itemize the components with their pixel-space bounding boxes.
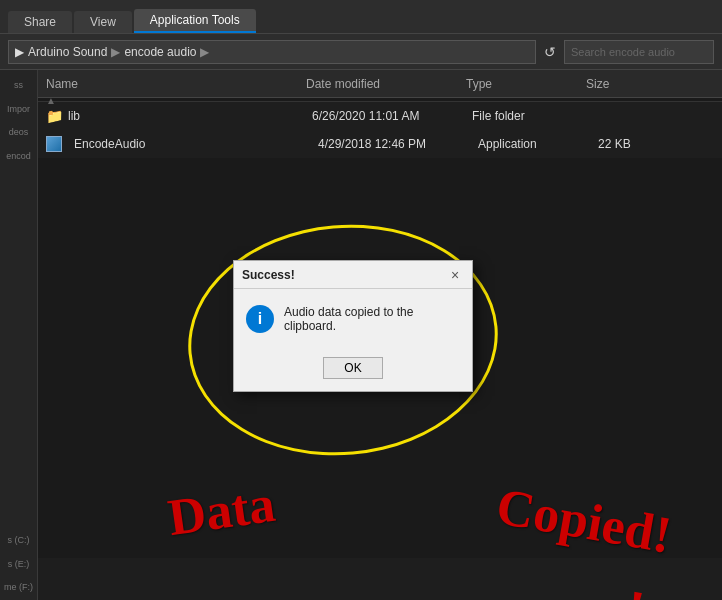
refresh-button[interactable]: ↺ (544, 44, 556, 60)
file-row-encode-audio[interactable]: EncodeAudio 4/29/2018 12:46 PM Applicati… (38, 130, 722, 158)
dialog-titlebar: Success! × (234, 261, 472, 289)
header-date: Date modified (306, 77, 466, 91)
tab-share[interactable]: Share (8, 11, 72, 33)
file-date-lib: 6/26/2020 11:01 AM (312, 109, 472, 123)
main-layout: ss Impor deos encod s (C:) s (E:) me (F:… (0, 70, 722, 600)
sidebar-item-ss[interactable]: ss (0, 74, 37, 98)
search-placeholder: Search encode audio (571, 46, 675, 58)
application-icon (46, 136, 62, 152)
file-size-encode: 22 KB (598, 137, 678, 151)
ok-button[interactable]: OK (323, 357, 383, 379)
dialog-body: i Audio data copied to the clipboard. (234, 289, 472, 349)
success-dialog: Success! × i Audio data copied to the cl… (233, 260, 473, 392)
breadcrumb-sep1: ▶ (111, 45, 120, 59)
header-size: Size (586, 77, 666, 91)
dialog-close-button[interactable]: × (446, 266, 464, 284)
breadcrumb-sep2: ▶ (200, 45, 209, 59)
sidebar-item-encode[interactable]: encod (0, 145, 37, 169)
sidebar-item-videos[interactable]: deos (0, 121, 37, 145)
search-box[interactable]: Search encode audio (564, 40, 714, 64)
breadcrumb[interactable]: ▶ Arduino Sound ▶ encode audio ▶ (8, 40, 536, 64)
file-name-lib: lib (68, 109, 312, 123)
sidebar-item-c[interactable]: s (C:) (0, 529, 37, 553)
sidebar-item-e[interactable]: s (E:) (0, 553, 37, 577)
header-name: Name (46, 77, 306, 91)
sidebar-item-import[interactable]: Impor (0, 98, 37, 122)
left-sidebar: ss Impor deos encod s (C:) s (E:) me (F:… (0, 70, 38, 600)
title-bar: Share View Application Tools (0, 0, 722, 34)
file-type-encode: Application (478, 137, 598, 151)
svg-text:!: ! (622, 579, 649, 600)
breadcrumb-encode: encode audio (124, 45, 196, 59)
header-type: Type (466, 77, 586, 91)
main-content: Name Date modified Type Size ▲ 📁 lib 6/2… (38, 70, 722, 600)
info-icon: i (246, 305, 274, 333)
file-list-header: Name Date modified Type Size (38, 70, 722, 98)
folder-icon: 📁 (46, 108, 62, 124)
file-name-encode-audio: EncodeAudio (74, 137, 318, 151)
dialog-footer: OK (234, 349, 472, 391)
file-date-encode: 4/29/2018 12:46 PM (318, 137, 478, 151)
address-bar: ▶ Arduino Sound ▶ encode audio ▶ ↺ Searc… (0, 34, 722, 70)
dialog-title: Success! (242, 268, 295, 282)
dialog-message: Audio data copied to the clipboard. (284, 305, 460, 333)
tab-list: Share View Application Tools (8, 0, 256, 33)
breadcrumb-arduino: Arduino Sound (28, 45, 107, 59)
file-type-lib: File folder (472, 109, 592, 123)
file-row-lib[interactable]: 📁 lib 6/26/2020 11:01 AM File folder (38, 102, 722, 130)
tab-application-tools[interactable]: Application Tools (134, 9, 256, 33)
sidebar-item-f[interactable]: me (F:) (0, 576, 37, 600)
breadcrumb-part1: ▶ (15, 45, 24, 59)
tab-view[interactable]: View (74, 11, 132, 33)
